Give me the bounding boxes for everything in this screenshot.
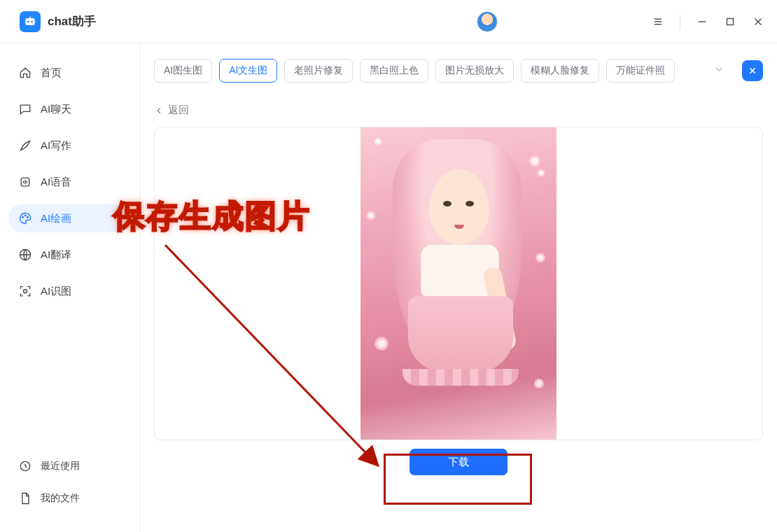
close-icon[interactable] [752,15,764,28]
svg-point-1 [27,20,29,22]
tab-face-restore[interactable]: 模糊人脸修复 [521,59,599,83]
svg-point-13 [24,215,26,216]
result-card [154,127,763,440]
sidebar-item-label: AI绘画 [41,212,71,225]
svg-point-2 [31,20,33,22]
file-icon [18,491,32,505]
sidebar-item-recent[interactable]: 最近使用 [8,452,131,480]
app-title: chat助手 [48,13,96,29]
tab-id-photo[interactable]: 万能证件照 [606,59,675,83]
menu-icon[interactable] [652,15,664,28]
sidebar-item-write[interactable]: AI写作 [8,132,131,160]
main-area: AI图生图 AI文生图 老照片修复 黑白照上色 图片无损放大 模糊人脸修复 万能… [140,43,777,532]
titlebar-divider [680,14,680,29]
pen-icon [18,139,32,153]
tab-upscale[interactable]: 图片无损放大 [435,59,514,83]
download-button[interactable]: 下载 [410,449,507,475]
sidebar-item-label: 我的文件 [41,492,80,505]
svg-point-12 [22,217,24,218]
minimize-icon[interactable] [696,15,708,28]
sidebar-item-voice[interactable]: AI语音 [8,168,131,196]
sidebar: 首页 AI聊天 AI写作 AI语音 AI绘画 AI翻译 [0,43,140,532]
svg-point-14 [27,217,29,218]
sidebar-item-chat[interactable]: AI聊天 [8,95,131,123]
back-link[interactable]: 返回 [154,104,763,117]
sidebar-item-label: 最近使用 [41,460,80,472]
sidebar-item-label: 首页 [41,66,62,80]
tab-old-photo[interactable]: 老照片修复 [284,59,353,83]
sidebar-item-draw[interactable]: AI绘画 [8,204,131,232]
tabs-expand-icon[interactable] [708,59,729,83]
generated-image [360,127,556,440]
sidebar-item-files[interactable]: 我的文件 [8,484,131,512]
voice-icon [18,175,32,189]
sidebar-item-vision[interactable]: AI识图 [8,277,131,305]
back-label: 返回 [168,104,189,117]
maximize-icon[interactable] [724,15,736,28]
tab-row: AI图生图 AI文生图 老照片修复 黑白照上色 图片无损放大 模糊人脸修复 万能… [154,59,763,83]
sidebar-item-label: AI聊天 [41,103,71,116]
sidebar-item-label: AI识图 [41,285,71,298]
sidebar-item-home[interactable]: 首页 [8,59,131,87]
chat-icon [18,102,32,116]
titlebar: chat助手 [0,0,777,43]
sidebar-item-label: AI语音 [41,176,71,189]
sidebar-item-label: AI翻译 [41,248,71,262]
app-logo [20,11,41,32]
svg-rect-3 [29,16,31,18]
chevron-left-icon [154,106,164,115]
home-icon [18,66,32,80]
svg-rect-0 [25,18,34,25]
user-avatar[interactable] [477,11,498,32]
sidebar-item-label: AI写作 [41,139,71,153]
scan-icon [18,284,32,298]
tab-img2img[interactable]: AI图生图 [154,59,212,83]
tab-colorize[interactable]: 黑白照上色 [360,59,428,83]
translate-icon [18,248,32,262]
svg-rect-8 [727,18,734,24]
corner-close-button[interactable] [742,60,763,81]
sidebar-item-translate[interactable]: AI翻译 [8,241,131,269]
history-icon [18,459,32,473]
svg-point-16 [24,290,27,293]
palette-icon [18,211,32,225]
tab-txt2img[interactable]: AI文生图 [219,59,277,83]
